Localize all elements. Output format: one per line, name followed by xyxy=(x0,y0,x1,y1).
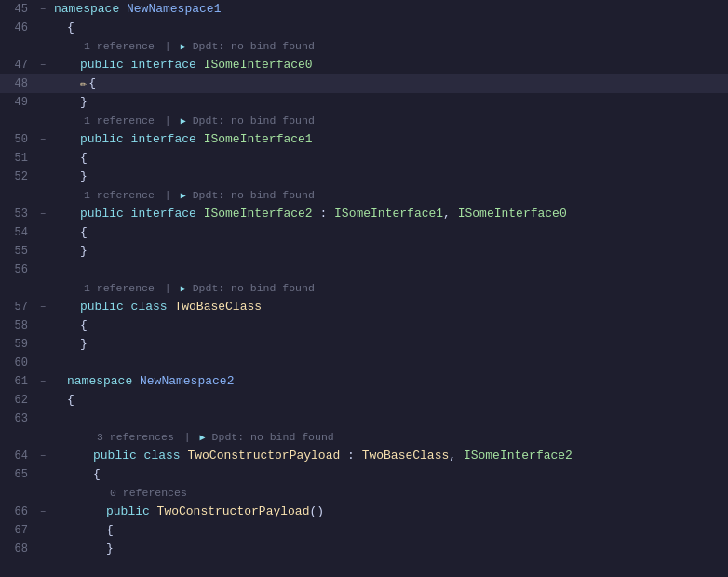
line-number: 48 xyxy=(0,74,35,93)
brace: } xyxy=(80,95,88,109)
interface-name: ISomeInterface1 xyxy=(204,132,313,146)
edit-pencil-icon: ✏ xyxy=(80,77,87,90)
code-content xyxy=(50,261,728,279)
keyword-interface: interface xyxy=(131,207,204,221)
line-number: 64 xyxy=(0,447,35,465)
keyword-class: class xyxy=(144,449,188,463)
fold-collapse-icon[interactable]: − xyxy=(35,302,50,313)
interface-name: ISomeInterface0 xyxy=(204,58,313,72)
keyword-class: class xyxy=(131,300,175,314)
meta-text-container: 1 reference | ▶Dpdt: no bind found xyxy=(50,112,728,131)
keyword-public: public xyxy=(80,58,131,72)
line-number: 67 xyxy=(0,521,35,540)
meta-annotation-line: 0 references xyxy=(0,484,728,503)
keyword-public: public xyxy=(80,207,131,221)
dpdt-text: Dpdt: no bind found xyxy=(193,114,315,127)
keyword-public: public xyxy=(80,300,131,314)
line-number: 49 xyxy=(0,93,35,112)
keyword-public: public xyxy=(80,132,131,146)
meta-text-container: 1 reference | ▶Dpdt: no bind found xyxy=(50,186,728,206)
fold-collapse-icon[interactable]: − xyxy=(35,135,50,145)
fold-collapse-icon[interactable]: − xyxy=(35,507,50,517)
fold-collapse-icon[interactable]: − xyxy=(35,5,50,15)
meta-text-container: 0 references xyxy=(50,484,728,503)
line-number: 61 xyxy=(0,372,35,391)
line-number: 52 xyxy=(0,168,35,186)
code-content: public interface ISomeInterface1 xyxy=(50,130,728,149)
code-line: 58{ xyxy=(0,316,728,335)
meta-annotation-line: 1 reference | ▶Dpdt: no bind found xyxy=(0,112,728,130)
line-number: 56 xyxy=(0,261,35,279)
code-content: public class TwoBaseClass xyxy=(50,298,728,316)
dpdt-arrow-icon[interactable]: ▶ xyxy=(181,116,186,127)
line-number: 65 xyxy=(0,465,35,484)
meta-text-container: 3 references | ▶Dpdt: no bind found xyxy=(50,428,728,448)
code-line: 60 xyxy=(0,354,728,372)
colon-extends: : xyxy=(313,207,334,221)
line-number: 60 xyxy=(0,354,35,372)
code-line: 46{ xyxy=(0,19,728,37)
code-line: 64−public class TwoConstructorPayload : … xyxy=(0,447,728,465)
line-number: 53 xyxy=(0,205,35,223)
code-line: 62{ xyxy=(0,391,728,409)
brace: } xyxy=(106,542,114,556)
reference-count[interactable]: 1 reference xyxy=(84,189,155,201)
fold-collapse-icon[interactable]: − xyxy=(35,60,50,71)
dpdt-arrow-icon[interactable]: ▶ xyxy=(181,191,186,201)
fold-collapse-icon[interactable]: − xyxy=(35,451,50,462)
line-number: 45 xyxy=(0,0,35,19)
code-line: 68} xyxy=(0,540,728,558)
code-content: } xyxy=(50,540,728,558)
code-content: { xyxy=(50,223,728,242)
code-line: 52} xyxy=(0,168,728,186)
reference-count[interactable]: 1 reference xyxy=(84,282,155,294)
comma: , xyxy=(443,207,458,221)
reference-count[interactable]: 0 references xyxy=(110,487,187,499)
code-content: { xyxy=(50,391,728,409)
fold-collapse-icon[interactable]: − xyxy=(35,209,50,220)
keyword-public: public xyxy=(106,504,157,518)
line-number: 66 xyxy=(0,503,35,521)
namespace-name: NewNamespace2 xyxy=(140,374,234,388)
code-line: 47−public interface ISomeInterface0 xyxy=(0,56,728,74)
dpdt-arrow-icon[interactable]: ▶ xyxy=(200,433,206,443)
code-line: 66−public TwoConstructorPayload() xyxy=(0,503,728,521)
colon-extends: : xyxy=(340,449,361,463)
code-line: 56 xyxy=(0,261,728,279)
meta-annotation-line: 1 reference | ▶Dpdt: no bind found xyxy=(0,186,728,205)
meta-annotation-line: 1 reference | ▶Dpdt: no bind found xyxy=(0,37,728,56)
code-content: } xyxy=(50,335,728,354)
fold-collapse-icon[interactable]: − xyxy=(35,377,50,387)
meta-separator: | xyxy=(158,282,178,294)
base-type-1: ISomeInterface0 xyxy=(458,207,567,221)
line-number: 50 xyxy=(0,130,35,149)
reference-count[interactable]: 3 references xyxy=(97,431,174,443)
reference-count[interactable]: 1 reference xyxy=(84,114,155,127)
code-editor: 45−namespace NewNamespace146{1 reference… xyxy=(0,0,728,577)
namespace-name: NewNamespace1 xyxy=(127,2,221,16)
brace: } xyxy=(80,337,88,351)
brace: } xyxy=(80,169,88,183)
line-number: 58 xyxy=(0,316,35,335)
code-line: 50−public interface ISomeInterface1 xyxy=(0,130,728,149)
code-content: ✏{ xyxy=(50,74,728,93)
dpdt-arrow-icon[interactable]: ▶ xyxy=(181,42,186,52)
code-content: { xyxy=(50,149,728,168)
keyword-interface: interface xyxy=(131,132,204,146)
code-content: } xyxy=(50,168,728,186)
code-content xyxy=(50,354,728,372)
code-line: 59} xyxy=(0,335,728,354)
line-number: 62 xyxy=(0,391,35,409)
code-content: } xyxy=(50,242,728,261)
code-content: namespace NewNamespace2 xyxy=(50,372,728,391)
line-number: 51 xyxy=(0,149,35,168)
code-line: 63 xyxy=(0,409,728,428)
dpdt-arrow-icon[interactable]: ▶ xyxy=(181,284,186,294)
brace: { xyxy=(80,318,88,332)
code-content: { xyxy=(50,465,728,484)
code-content: public interface ISomeInterface0 xyxy=(50,56,728,74)
reference-count[interactable]: 1 reference xyxy=(84,40,155,52)
code-line: 45−namespace NewNamespace1 xyxy=(0,0,728,19)
brace: { xyxy=(88,76,96,90)
method-parens: () xyxy=(309,504,324,518)
